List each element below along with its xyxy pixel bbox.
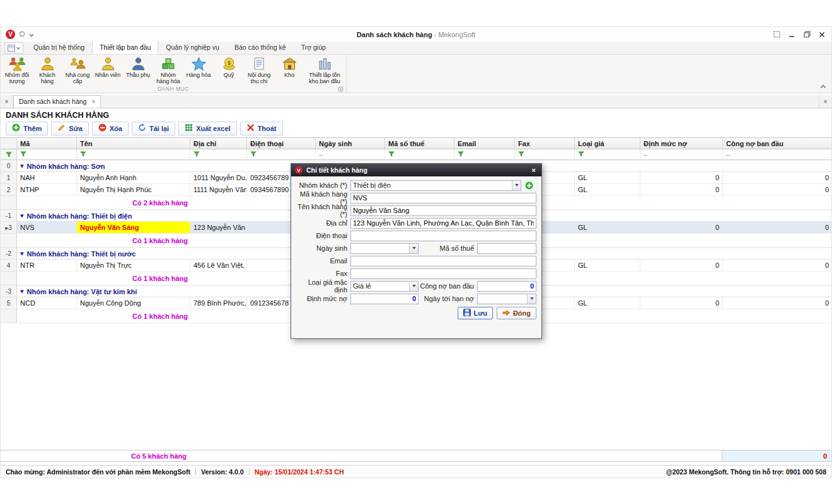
row-indicator[interactable]: 4 bbox=[1, 260, 17, 272]
row-indicator[interactable]: 2 bbox=[1, 184, 17, 196]
cell-loai-gia[interactable]: GL bbox=[575, 184, 640, 196]
cell-cong-no-ban-dau[interactable]: 0 bbox=[723, 222, 831, 234]
cell-dia-chi[interactable]: 789 Bình Phước, ... bbox=[190, 297, 247, 309]
filter-cell-ma-so-thue[interactable] bbox=[385, 149, 454, 160]
save-button[interactable]: Lưu bbox=[458, 307, 492, 319]
filter-cell-dinh-muc-no[interactable]: – bbox=[640, 149, 723, 160]
dia-chi-field[interactable] bbox=[350, 218, 536, 229]
row-indicator[interactable]: 0 bbox=[1, 160, 17, 172]
ribbon-menu-icon[interactable] bbox=[4, 42, 23, 54]
cell-dia-chi[interactable]: 456 Lê Văn Việt, P... bbox=[190, 260, 247, 272]
export-excel-button[interactable]: Xuất excel bbox=[178, 122, 236, 135]
nhom-khach-select[interactable]: Thiết bị điện bbox=[350, 180, 521, 191]
column-header-ten[interactable]: Tên bbox=[77, 138, 190, 149]
exit-button[interactable]: Thoát bbox=[240, 122, 283, 135]
column-header-ngay-sinh[interactable]: Ngày sinh bbox=[316, 138, 385, 149]
ribbon-item-nhom-doi-tuong[interactable]: Nhóm đối tượng bbox=[2, 55, 32, 85]
tabstrip-left-close-icon[interactable]: × bbox=[1, 95, 13, 108]
group-dialog-launcher-icon[interactable] bbox=[338, 86, 344, 93]
column-header-email[interactable]: Email bbox=[454, 138, 515, 149]
ribbon-item-nha-cung-cap[interactable]: Nhà cung cấp bbox=[62, 55, 93, 85]
minimize-icon[interactable] bbox=[787, 30, 796, 39]
ribbon-item-thau-phu[interactable]: Thầu phụ bbox=[123, 55, 153, 85]
filter-row[interactable]: ––– bbox=[1, 149, 831, 160]
cell-dia-chi[interactable]: 1011 Nguyễn Du... bbox=[190, 172, 247, 184]
row-indicator[interactable]: -3 bbox=[1, 285, 17, 297]
document-tab-customers[interactable]: Danh sách khách hàng × bbox=[13, 95, 101, 108]
ngay-sinh-dropdown-icon[interactable] bbox=[409, 244, 418, 253]
cell-ten[interactable]: Nguyễn Thị Hạnh Phúc bbox=[77, 184, 190, 196]
ma-so-thue-field[interactable] bbox=[477, 243, 536, 254]
group-expand-icon[interactable]: ▾ bbox=[20, 249, 24, 258]
dinh-muc-no-field[interactable] bbox=[350, 294, 419, 304]
cell-dinh-muc-no[interactable]: 0 bbox=[640, 172, 723, 184]
reload-button[interactable]: Tải lại bbox=[132, 122, 175, 135]
cell-cong-no-ban-dau[interactable]: 0 bbox=[723, 184, 831, 196]
email-field[interactable] bbox=[350, 256, 536, 266]
row-indicator[interactable]: 1 bbox=[1, 172, 17, 184]
cell-loai-gia[interactable]: GL bbox=[575, 260, 640, 272]
filter-funnel-icon[interactable] bbox=[194, 151, 200, 158]
cell-ma[interactable]: NTR bbox=[17, 260, 77, 272]
cell-dinh-muc-no[interactable]: 0 bbox=[640, 297, 723, 309]
column-header-dia-chi[interactable]: Địa chỉ bbox=[190, 138, 247, 149]
filter-cell-dia-chi[interactable] bbox=[190, 149, 247, 160]
tab-close-icon[interactable]: × bbox=[91, 98, 95, 105]
column-header-dien-thoai[interactable]: Điện thoại bbox=[247, 138, 316, 149]
nhom-khach-dropdown-icon[interactable] bbox=[512, 181, 521, 190]
ribbon-collapse-icon[interactable] bbox=[820, 83, 826, 90]
filter-funnel-icon[interactable] bbox=[458, 151, 464, 158]
cell-ma[interactable]: NCD bbox=[17, 297, 77, 309]
row-indicator[interactable]: 5 bbox=[1, 297, 17, 309]
column-header-ma[interactable]: Mã bbox=[17, 138, 77, 149]
cell-cong-no-ban-dau[interactable]: 0 bbox=[723, 172, 831, 184]
dialog-close-icon[interactable]: × bbox=[530, 166, 538, 174]
cell-dinh-muc-no[interactable]: 0 bbox=[640, 260, 723, 272]
column-header-ma-so-thue[interactable]: Mã số thuế bbox=[385, 138, 454, 149]
ribbon-item-nhan-vien[interactable]: Nhân viên bbox=[93, 55, 123, 85]
row-indicator[interactable]: ▸3 bbox=[1, 222, 17, 234]
dien-thoai-field[interactable] bbox=[350, 231, 536, 241]
filter-cell-email[interactable] bbox=[454, 149, 515, 160]
dialog-titlebar[interactable]: V Chi tiết khách hàng × bbox=[291, 164, 541, 176]
ma-khach-hang-field[interactable] bbox=[350, 193, 536, 203]
cell-loai-gia[interactable]: GL bbox=[575, 222, 640, 234]
column-header-cong-no-ban-dau[interactable]: Công nợ ban đầu bbox=[723, 138, 831, 149]
cell-ma[interactable]: NVS bbox=[17, 222, 77, 234]
filter-funnel-icon[interactable] bbox=[80, 151, 86, 158]
filter-funnel-icon[interactable] bbox=[518, 151, 524, 158]
ribbon-tab-quan-tri-he-thong[interactable]: Quản trị hệ thống bbox=[26, 41, 92, 54]
row-indicator[interactable]: -1 bbox=[1, 210, 17, 222]
group-expand-icon[interactable]: ▾ bbox=[20, 162, 24, 170]
ribbon-item-noi-dung-thu-chi[interactable]: Nội dung thu chi bbox=[244, 55, 274, 85]
restore-icon[interactable] bbox=[802, 30, 811, 39]
delete-button[interactable]: Xóa bbox=[92, 122, 129, 135]
loai-gia-mac-dinh-select[interactable]: Giá lẻ bbox=[350, 281, 419, 292]
add-button[interactable]: Thêm bbox=[6, 122, 48, 135]
filter-cell-ten[interactable] bbox=[77, 149, 190, 160]
ribbon-item-kho[interactable]: Kho bbox=[274, 55, 304, 85]
cell-ma[interactable]: NTHP bbox=[17, 184, 77, 196]
cell-ten[interactable]: Nguyễn Thị Trực bbox=[77, 260, 190, 272]
column-header-dinh-muc-no[interactable]: Định mức nợ bbox=[640, 138, 723, 149]
edit-button[interactable]: Sửa bbox=[51, 122, 88, 135]
cell-dinh-muc-no[interactable]: 0 bbox=[640, 222, 723, 234]
quick-access-circle-icon[interactable] bbox=[19, 31, 25, 38]
cell-dia-chi[interactable]: 1111 Nguyễn Văn... bbox=[190, 184, 247, 196]
cong-no-ban-dau-field[interactable] bbox=[477, 281, 536, 292]
ribbon-item-nhom-hang-hoa[interactable]: Nhóm hàng hóa bbox=[153, 55, 183, 85]
cell-dia-chi[interactable]: 123 Nguyễn Văn ... bbox=[190, 222, 247, 234]
cell-ma[interactable]: NAH bbox=[17, 172, 77, 184]
filter-cell-ngay-sinh[interactable]: – bbox=[316, 149, 385, 160]
filter-cell-cong-no-ban-dau[interactable]: – bbox=[723, 149, 831, 160]
column-header-fax[interactable]: Fax bbox=[515, 138, 575, 149]
filter-funnel-icon[interactable] bbox=[388, 151, 395, 158]
column-header-loai-gia[interactable]: Loại giá bbox=[575, 138, 640, 149]
cell-loai-gia[interactable]: GL bbox=[575, 297, 640, 309]
add-nhom-khach-icon[interactable] bbox=[524, 181, 533, 190]
filter-funnel-icon[interactable] bbox=[578, 151, 584, 158]
cell-ten[interactable]: Nguyễn Anh Hạnh bbox=[77, 172, 190, 184]
cell-ten[interactable]: Nguyễn Công Dũng bbox=[77, 297, 190, 309]
cell-ten[interactable]: Nguyễn Văn Sáng bbox=[77, 222, 190, 234]
cell-loai-gia[interactable]: GL bbox=[575, 172, 640, 184]
